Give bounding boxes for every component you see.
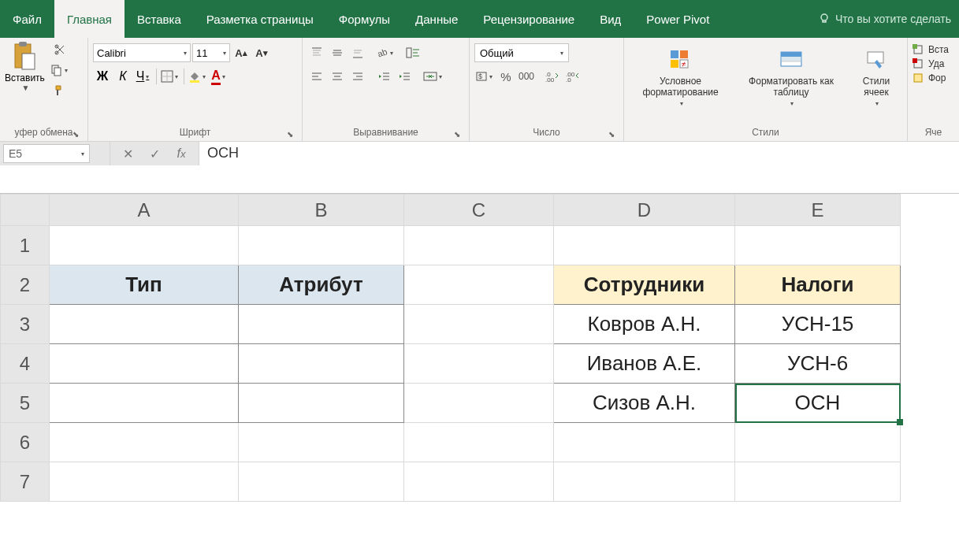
align-left-button[interactable]: [307, 67, 326, 86]
cell-E7[interactable]: [735, 462, 901, 502]
alignment-launcher[interactable]: ⬊: [452, 128, 463, 139]
cancel-formula-button[interactable]: ✕: [120, 146, 136, 161]
row-header-2[interactable]: 2: [1, 265, 50, 305]
row-header-4[interactable]: 4: [1, 344, 50, 384]
tab-data[interactable]: Данные: [403, 0, 470, 38]
select-all-corner[interactable]: [1, 195, 50, 226]
cell-A6[interactable]: [50, 423, 239, 462]
align-middle-button[interactable]: [328, 43, 347, 62]
percent-style-button[interactable]: %: [496, 67, 515, 86]
col-header-C[interactable]: C: [404, 195, 554, 226]
increase-indent-button[interactable]: [396, 67, 414, 86]
tab-review[interactable]: Рецензирование: [470, 0, 587, 38]
cell-D4[interactable]: Иванов А.Е.: [554, 344, 735, 384]
font-name-combo[interactable]: Calibri▾: [93, 43, 191, 62]
cell-D5[interactable]: Сизов А.Н.: [554, 384, 735, 423]
row-header-6[interactable]: 6: [1, 423, 50, 462]
cell-D7[interactable]: [554, 462, 735, 502]
orientation-button[interactable]: ab▾: [375, 43, 396, 62]
cell-C4[interactable]: [404, 344, 554, 384]
cell-A4[interactable]: [50, 344, 239, 384]
font-color-button[interactable]: А▾: [210, 67, 229, 86]
col-header-E[interactable]: E: [735, 195, 901, 226]
cell-B2[interactable]: Атрибут: [239, 265, 404, 305]
bold-button[interactable]: Ж: [93, 67, 112, 86]
cell-C2[interactable]: [404, 265, 554, 305]
col-header-A[interactable]: A: [50, 195, 239, 226]
decrease-decimal-button[interactable]: .00.0: [563, 67, 582, 86]
row-header-7[interactable]: 7: [1, 462, 50, 502]
wrap-text-button[interactable]: [403, 43, 422, 62]
increase-decimal-button[interactable]: .0.00: [542, 67, 561, 86]
row-header-5[interactable]: 5: [1, 384, 50, 423]
font-launcher[interactable]: ⬊: [284, 128, 296, 139]
tell-me-search[interactable]: Что вы хотите сделать: [818, 0, 959, 38]
cell-A7[interactable]: [50, 462, 239, 502]
tab-home[interactable]: Главная: [54, 0, 125, 38]
cell-E2[interactable]: Налоги: [735, 265, 901, 305]
decrease-font-button[interactable]: A▾: [252, 43, 271, 62]
fill-handle[interactable]: [897, 419, 903, 425]
cell-B3[interactable]: [239, 305, 404, 344]
cell-A2[interactable]: Тип: [50, 265, 239, 305]
name-box[interactable]: E5▾: [3, 144, 90, 163]
tab-insert[interactable]: Вставка: [125, 0, 194, 38]
cell-C3[interactable]: [404, 305, 554, 344]
cell-B7[interactable]: [239, 462, 404, 502]
conditional-formatting-button[interactable]: ≠ Условное форматирование▾: [629, 44, 732, 110]
cut-button[interactable]: [50, 41, 70, 58]
cell-E6[interactable]: [735, 423, 901, 462]
copy-button[interactable]: ▾: [50, 61, 70, 79]
format-cells-button[interactable]: Фор: [913, 72, 954, 83]
format-painter-button[interactable]: [50, 82, 70, 99]
col-header-B[interactable]: B: [239, 195, 404, 226]
align-center-button[interactable]: [328, 67, 347, 86]
cell-D2[interactable]: Сотрудники: [554, 265, 735, 305]
cell-C7[interactable]: [404, 462, 554, 502]
cell-C5[interactable]: [404, 384, 554, 423]
insert-cells-button[interactable]: Вста: [913, 44, 954, 55]
align-bottom-button[interactable]: [348, 43, 367, 62]
clipboard-launcher[interactable]: ⬊: [70, 128, 81, 139]
comma-style-button[interactable]: 000: [517, 67, 536, 86]
paste-button[interactable]: Вставить ▼: [5, 41, 45, 99]
delete-cells-button[interactable]: Уда: [913, 58, 954, 69]
fx-button[interactable]: fx: [173, 146, 189, 161]
tab-page-layout[interactable]: Разметка страницы: [194, 0, 326, 38]
enter-formula-button[interactable]: ✓: [147, 146, 162, 161]
underline-button[interactable]: Ч▾: [134, 67, 153, 86]
cell-C1[interactable]: [404, 226, 554, 265]
font-size-combo[interactable]: 11▾: [192, 43, 230, 62]
align-top-button[interactable]: [307, 43, 326, 62]
cell-A1[interactable]: [50, 226, 239, 265]
cell-C6[interactable]: [404, 423, 554, 462]
cell-B6[interactable]: [239, 423, 404, 462]
tab-power-pivot[interactable]: Power Pivot: [634, 0, 722, 38]
accounting-format-button[interactable]: $▾: [474, 67, 495, 86]
align-right-button[interactable]: [348, 67, 367, 86]
cell-D1[interactable]: [554, 226, 735, 265]
tab-view[interactable]: Вид: [587, 0, 634, 38]
cell-B5[interactable]: [239, 384, 404, 423]
number-format-combo[interactable]: Общий▾: [474, 43, 569, 62]
cell-E1[interactable]: [735, 226, 901, 265]
merge-center-button[interactable]: ▾: [422, 67, 444, 86]
tab-formulas[interactable]: Формулы: [326, 0, 403, 38]
format-as-table-button[interactable]: Форматировать как таблицу▾: [738, 44, 844, 110]
cell-A5[interactable]: [50, 384, 239, 423]
formula-input[interactable]: ОСН: [199, 142, 959, 193]
cell-B1[interactable]: [239, 226, 404, 265]
cell-E3[interactable]: УСН-15: [735, 305, 901, 344]
tab-file[interactable]: Файл: [0, 0, 54, 38]
decrease-indent-button[interactable]: [375, 67, 394, 86]
row-header-1[interactable]: 1: [1, 226, 50, 265]
number-launcher[interactable]: ⬊: [606, 128, 617, 139]
cell-B4[interactable]: [239, 344, 404, 384]
cell-A3[interactable]: [50, 305, 239, 344]
fill-color-button[interactable]: ▾: [188, 67, 208, 86]
col-header-D[interactable]: D: [554, 195, 735, 226]
cell-E5[interactable]: ОСН: [735, 384, 901, 423]
increase-font-button[interactable]: A▴: [232, 43, 251, 62]
cell-E4[interactable]: УСН-6: [735, 344, 901, 384]
cell-D6[interactable]: [554, 423, 735, 462]
